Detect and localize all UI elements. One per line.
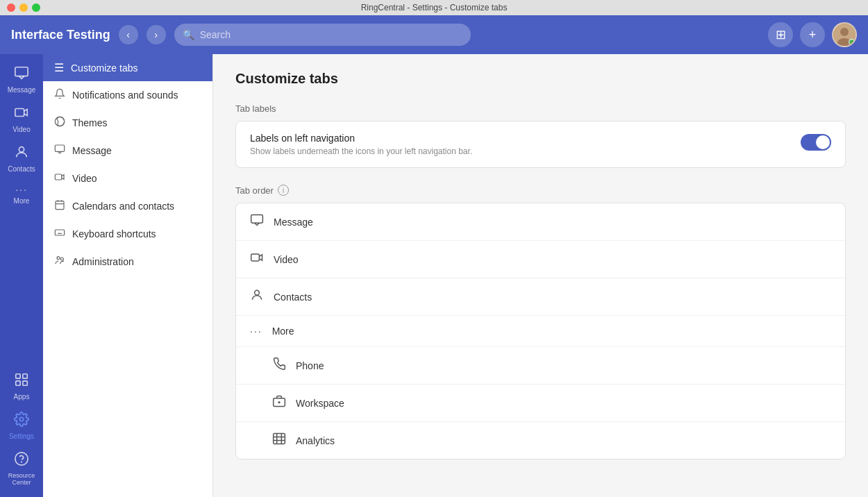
tab-order-text: Tab order xyxy=(235,185,274,196)
svg-point-10 xyxy=(19,417,24,421)
minimize-button[interactable] xyxy=(19,3,28,12)
svg-point-25 xyxy=(255,290,260,295)
video-row-icon xyxy=(250,251,264,268)
calendars-icon xyxy=(54,199,65,213)
video-icon xyxy=(14,105,29,124)
more-row-icon: ··· xyxy=(250,326,262,337)
search-icon: 🔍 xyxy=(183,29,194,40)
nav-item-message[interactable]: Message xyxy=(43,137,212,165)
back-button[interactable]: ‹ xyxy=(119,25,138,44)
sidebar-item-resource-center[interactable]: ResourceCenter xyxy=(0,446,43,491)
nav-label-customize-tabs: Customize tabs xyxy=(71,62,137,74)
toggle-title: Labels on left navigation xyxy=(250,133,472,144)
nav-item-administration[interactable]: Administration xyxy=(43,248,212,276)
svg-point-5 xyxy=(19,147,24,152)
workspace-row-icon xyxy=(272,394,286,412)
themes-icon xyxy=(54,116,65,130)
analytics-row-label: Analytics xyxy=(296,435,335,446)
analytics-row-icon xyxy=(272,432,286,449)
video-settings-icon xyxy=(54,171,65,185)
title-bar: RingCentral - Settings - Customize tabs xyxy=(0,0,868,15)
sidebar-item-apps[interactable]: Apps xyxy=(0,367,43,406)
tab-order-row-workspace[interactable]: Workspace xyxy=(236,385,845,422)
administration-icon xyxy=(54,255,65,269)
svg-rect-20 xyxy=(55,230,64,235)
search-input[interactable] xyxy=(200,29,463,40)
apps-icon xyxy=(14,372,29,391)
svg-point-1 xyxy=(840,28,849,36)
svg-rect-14 xyxy=(55,145,64,151)
tab-order-card: Message Video Contacts ··· More xyxy=(235,203,846,460)
tab-order-row-video[interactable]: Video xyxy=(236,241,845,278)
search-bar[interactable]: 🔍 xyxy=(174,24,471,46)
sidebar-bottom: Apps Settings ResourceCenter xyxy=(0,367,43,491)
settings-icon xyxy=(14,412,29,430)
nav-label-administration: Administration xyxy=(72,256,134,267)
contacts-icon xyxy=(14,144,29,163)
close-button[interactable] xyxy=(7,3,15,12)
forward-button[interactable]: › xyxy=(147,25,166,44)
app-header: Interface Testing ‹ › 🔍 ⊞ + xyxy=(0,15,868,54)
sidebar-item-message[interactable]: Message xyxy=(0,60,43,99)
left-sidebar: Message Video Contacts ··· More Apps xyxy=(0,54,43,497)
sidebar-contacts-label: Contacts xyxy=(8,165,35,173)
app-title: Interface Testing xyxy=(11,28,110,42)
traffic-lights xyxy=(7,3,40,12)
tab-order-section-label: Tab order i xyxy=(235,185,846,196)
svg-point-21 xyxy=(57,257,60,260)
tab-order-row-analytics[interactable]: Analytics xyxy=(236,422,845,459)
grid-icon-button[interactable]: ⊞ xyxy=(768,22,793,47)
sidebar-item-video[interactable]: Video xyxy=(0,99,43,139)
message-settings-icon xyxy=(54,144,65,158)
svg-rect-23 xyxy=(251,215,263,224)
workspace-row-label: Workspace xyxy=(296,398,344,409)
maximize-button[interactable] xyxy=(32,3,40,12)
sidebar-item-more[interactable]: ··· More xyxy=(0,178,43,210)
customize-tabs-icon: ☰ xyxy=(54,61,64,74)
nav-item-customize-tabs[interactable]: ☰ Customize tabs xyxy=(43,54,212,81)
svg-rect-4 xyxy=(15,109,24,117)
nav-item-notifications[interactable]: Notifications and sounds xyxy=(43,81,212,109)
svg-point-11 xyxy=(15,453,28,465)
nav-item-themes[interactable]: Themes xyxy=(43,109,212,137)
tab-order-row-phone[interactable]: Phone xyxy=(236,347,845,385)
header-actions: ⊞ + xyxy=(768,22,857,47)
svg-rect-15 xyxy=(55,174,61,180)
notifications-icon xyxy=(54,88,65,102)
svg-rect-16 xyxy=(56,201,64,210)
svg-rect-24 xyxy=(251,254,260,261)
phone-row-label: Phone xyxy=(296,360,324,371)
nav-label-themes: Themes xyxy=(72,117,108,128)
toggle-description: Show labels underneath the icons in your… xyxy=(250,146,472,156)
info-icon[interactable]: i xyxy=(278,185,289,196)
sidebar-settings-label: Settings xyxy=(9,432,34,440)
contacts-row-icon xyxy=(250,288,264,305)
resource-center-icon xyxy=(14,451,29,470)
keyboard-icon xyxy=(54,227,65,241)
main-layout: Message Video Contacts ··· More Apps xyxy=(0,54,868,497)
nav-label-message: Message xyxy=(72,145,112,156)
toggle-row: Labels on left navigation Show labels un… xyxy=(236,121,845,167)
labels-toggle[interactable] xyxy=(801,134,831,151)
nav-label-keyboard: Keyboard shortcuts xyxy=(72,228,156,239)
sidebar-item-contacts[interactable]: Contacts xyxy=(0,139,43,178)
add-button[interactable]: + xyxy=(800,22,825,47)
page-title: Customize tabs xyxy=(235,71,846,87)
tab-order-row-contacts[interactable]: Contacts xyxy=(236,278,845,316)
sidebar-resource-label: ResourceCenter xyxy=(8,472,35,486)
nav-item-keyboard[interactable]: Keyboard shortcuts xyxy=(43,220,212,248)
svg-rect-29 xyxy=(274,434,285,444)
sidebar-apps-label: Apps xyxy=(14,393,30,401)
nav-item-video[interactable]: Video xyxy=(43,165,212,192)
sidebar-video-label: Video xyxy=(12,126,30,133)
nav-label-video: Video xyxy=(72,173,97,184)
svg-rect-3 xyxy=(15,67,28,76)
online-badge xyxy=(849,39,855,45)
avatar[interactable] xyxy=(832,22,857,47)
sidebar-item-settings[interactable]: Settings xyxy=(0,406,43,446)
tab-labels-card: Labels on left navigation Show labels un… xyxy=(235,121,846,168)
tab-order-row-message[interactable]: Message xyxy=(236,203,845,241)
content-area: Customize tabs Tab labels Labels on left… xyxy=(213,54,868,497)
nav-item-calendars[interactable]: Calendars and contacts xyxy=(43,192,212,220)
tab-order-row-more[interactable]: ··· More xyxy=(236,316,845,347)
